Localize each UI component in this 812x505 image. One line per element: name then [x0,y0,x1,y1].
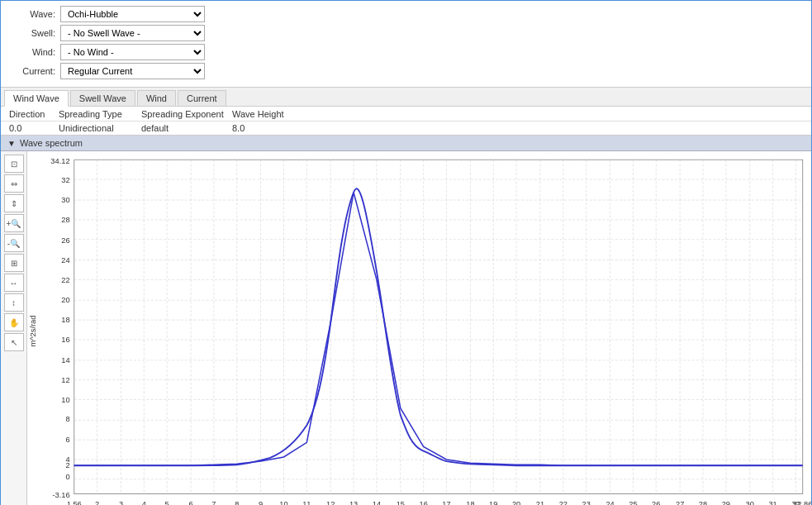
zoom-in-button[interactable]: +🔍 [4,214,24,232]
svg-rect-0 [74,160,803,493]
svg-text:28: 28 [699,500,707,505]
svg-text:22: 22 [559,500,567,505]
svg-text:15: 15 [397,500,405,505]
current-control-row: Current: Regular Current [7,63,805,79]
svg-text:24: 24 [605,500,614,505]
wave-table-row[interactable]: 0.0 Unidirectional default 8.0 [1,121,811,135]
col-header-direction: Direction [9,109,59,119]
pan-v-button[interactable]: ⇕ [4,194,24,212]
tab-wind-wave[interactable]: Wind Wave [4,90,69,107]
svg-text:6: 6 [65,436,69,444]
svg-text:24: 24 [61,256,69,264]
svg-text:8: 8 [235,500,239,505]
wave-spectrum-label: Wave spectrum [20,138,83,148]
svg-text:14: 14 [373,500,381,505]
current-label: Current: [7,66,55,76]
svg-text:16: 16 [61,336,69,344]
svg-text:5: 5 [165,500,169,505]
svg-text:23: 23 [582,500,591,505]
col-header-spreading-exponent: Spreading Exponent [141,109,232,119]
svg-text:11: 11 [302,500,311,505]
svg-text:19: 19 [489,500,497,505]
svg-text:7: 7 [211,500,216,505]
zoom-out-button[interactable]: -🔍 [4,234,24,252]
svg-text:18: 18 [61,316,69,324]
svg-text:27: 27 [676,500,684,505]
swell-control-row: Swell: - No Swell Wave - [7,25,805,41]
svg-text:13: 13 [349,500,358,505]
wave-table-area: Direction Spreading Type Spreading Expon… [1,107,811,136]
svg-text:2: 2 [65,461,69,469]
current-select[interactable]: Regular Current [60,63,205,79]
svg-text:10: 10 [279,500,287,505]
hand-pan-button[interactable]: ✋ [4,313,24,331]
svg-text:17: 17 [442,500,450,505]
svg-text:m^2s/rad: m^2s/rad [29,316,37,347]
svg-text:26: 26 [61,236,69,245]
zoom-fit-h-button[interactable]: ↕ [4,293,24,312]
svg-text:20: 20 [61,296,69,304]
svg-text:21: 21 [536,500,544,505]
wave-table-header: Direction Spreading Type Spreading Expon… [1,107,811,121]
svg-text:34.12: 34.12 [50,156,69,164]
svg-text:30: 30 [61,196,69,204]
svg-text:18: 18 [466,500,474,505]
swell-label: Swell: [7,28,55,38]
svg-text:25: 25 [629,500,637,505]
wind-control-row: Wind: - No Wind - [7,44,805,60]
cell-spreading-type: Unidirectional [59,123,141,133]
chart-main: 34.12 32 30 28 26 24 22 20 18 16 14 12 1… [27,151,811,505]
cell-direction: 0.0 [9,123,59,133]
pointer-button[interactable]: ↖ [4,333,24,351]
tab-swell-wave[interactable]: Swell Wave [70,90,135,106]
collapse-arrow-icon[interactable]: ▼ [7,139,16,148]
wave-spectrum-header: ▼ Wave spectrum [1,136,811,151]
svg-text:28: 28 [61,216,69,224]
svg-text:26: 26 [652,500,660,505]
tab-wind[interactable]: Wind [137,90,176,106]
wave-spectrum-section: ▼ Wave spectrum ⊡ ⇔ ⇕ +🔍 -🔍 ⊞ ↔ ↕ ✋ ↖ [1,136,811,505]
svg-text:4: 4 [142,500,146,505]
zoom-box-button[interactable]: ⊡ [4,155,24,173]
svg-text:12: 12 [61,376,69,384]
col-header-wave-height: Wave Height [232,109,298,119]
svg-text:31: 31 [768,500,776,505]
cell-wave-height: 8.0 [232,123,298,133]
zoom-fit-w-button[interactable]: ↔ [4,274,24,292]
svg-text:20: 20 [512,500,520,505]
col-header-spreading-type: Spreading Type [59,109,141,119]
svg-text:32.86: 32.86 [793,500,811,505]
svg-text:1.56: 1.56 [67,500,82,505]
svg-text:3: 3 [119,500,123,505]
main-container: Wave: Ochi-Hubble Swell: - No Swell Wave… [0,0,812,505]
tab-current[interactable]: Current [178,90,226,106]
svg-text:-3.16: -3.16 [52,491,69,499]
wave-label: Wave: [7,9,55,19]
svg-text:12: 12 [326,500,335,505]
svg-text:8: 8 [65,415,69,423]
wind-label: Wind: [7,47,55,57]
svg-text:2: 2 [95,500,99,505]
wave-control-row: Wave: Ochi-Hubble [7,6,805,22]
wind-select[interactable]: - No Wind - [60,44,205,60]
chart-container: ⊡ ⇔ ⇕ +🔍 -🔍 ⊞ ↔ ↕ ✋ ↖ [1,151,811,505]
pan-h-button[interactable]: ⇔ [4,174,24,193]
top-controls: Wave: Ochi-Hubble Swell: - No Swell Wave… [1,1,811,88]
tabs-bar: Wind Wave Swell Wave Wind Current [1,88,811,107]
chart-svg: 34.12 32 30 28 26 24 22 20 18 16 14 12 1… [27,151,811,505]
chart-toolbar: ⊡ ⇔ ⇕ +🔍 -🔍 ⊞ ↔ ↕ ✋ ↖ [1,151,27,505]
swell-select[interactable]: - No Swell Wave - [60,25,205,41]
wave-select[interactable]: Ochi-Hubble [60,6,205,22]
svg-text:29: 29 [722,500,730,505]
svg-text:32: 32 [61,176,69,184]
svg-text:10: 10 [61,396,69,404]
svg-text:6: 6 [188,500,192,505]
cell-spreading-exponent: default [141,123,232,133]
svg-text:14: 14 [61,356,69,364]
svg-text:16: 16 [419,500,427,505]
svg-text:30: 30 [746,500,754,505]
zoom-fit-button[interactable]: ⊞ [4,254,24,272]
svg-text:0: 0 [65,473,69,481]
svg-text:9: 9 [259,500,263,505]
svg-text:22: 22 [61,276,69,284]
